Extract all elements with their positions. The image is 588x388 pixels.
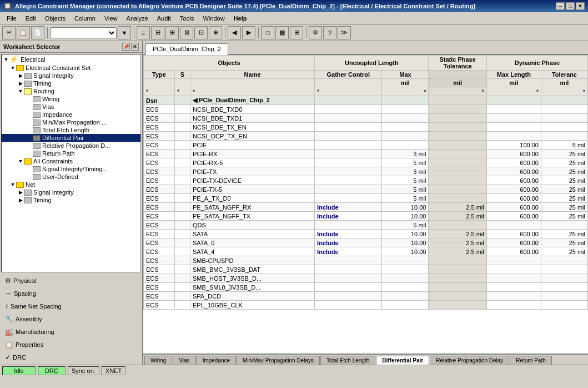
sidebar-item-timing[interactable]: ▶ Timing bbox=[2, 79, 140, 87]
menu-column[interactable]: Column bbox=[70, 14, 100, 23]
tb-filter1[interactable]: ≡ bbox=[137, 26, 150, 39]
sidebar-item-impedance[interactable]: Impedance bbox=[2, 111, 140, 118]
table-row[interactable]: ECSPE_SATA_NGFF_TXInclude10.002.5 mil600… bbox=[144, 212, 588, 221]
table-row[interactable]: ECSSPA_DCD bbox=[144, 292, 588, 301]
menu-view[interactable]: View bbox=[100, 14, 122, 23]
table-row[interactable]: ECSSATA_0Include10.002.5 mil600.0025 mil bbox=[144, 238, 588, 247]
table-row[interactable]: ECSEPL_10GBE_CLK bbox=[144, 301, 588, 310]
sidebar-item-net[interactable]: ▼ Net bbox=[2, 181, 140, 188]
table-row[interactable]: ECSSMB_HOST_3V3SB_D... bbox=[144, 274, 588, 283]
table-row[interactable]: ECSPE_A_TX_D05 mil600.0025 mil bbox=[144, 194, 588, 203]
tb-paste[interactable]: 📄 bbox=[31, 26, 44, 39]
bottom-tab-wiring[interactable]: Wiring bbox=[144, 356, 172, 365]
table-row[interactable]: ECSSATA_4Include10.002.5 mil600.0025 mil bbox=[144, 247, 588, 256]
sidebar-item-return-path[interactable]: Return Path bbox=[2, 150, 140, 157]
sidebar-item-net-signal[interactable]: ▶ Signal Integrity bbox=[2, 188, 140, 196]
table-row[interactable]: ECSQDS5 mil bbox=[144, 221, 588, 230]
grid-container[interactable]: Objects Uncoupled Length Static PhaseTol… bbox=[143, 55, 588, 354]
table-row[interactable]: ECSPCIE-RX-55 mil600.0025 mil bbox=[144, 158, 588, 167]
bottom-tab-impedance[interactable]: Impedance bbox=[197, 356, 236, 365]
tab-drc[interactable]: ✓ DRC bbox=[1, 351, 141, 364]
bottom-tab-minmax[interactable]: Min/Max Propagation Delays bbox=[237, 356, 320, 365]
table-cell bbox=[429, 301, 486, 310]
tb-copy[interactable]: 📋 bbox=[17, 26, 30, 39]
panel-pin-button[interactable]: 📌 bbox=[122, 43, 130, 51]
table-row[interactable]: ******** bbox=[144, 87, 588, 96]
sidebar-item-net-timing[interactable]: ▶ Timing bbox=[2, 196, 140, 204]
sidebar-item-signal-integrity[interactable]: ▶ Signal Integrity bbox=[2, 72, 140, 79]
tb-help[interactable]: ? bbox=[323, 26, 336, 39]
table-row[interactable]: ECSNCSI_BDE_TX_EN bbox=[144, 123, 588, 132]
table-row[interactable]: ECSNCSI_BDE_TXD0 bbox=[144, 105, 588, 114]
sidebar-item-diff-pair[interactable]: Differential Pair bbox=[2, 134, 140, 142]
sidebar-item-sig-timing[interactable]: Signal Integrity/Timing... bbox=[2, 165, 140, 173]
tb-filter4[interactable]: ⊠ bbox=[180, 26, 193, 39]
table-row[interactable]: ECSPCIE-TX-55 mil600.0025 mil bbox=[144, 185, 588, 194]
panel-close-button[interactable]: ✕ bbox=[131, 43, 139, 51]
menu-help[interactable]: Help bbox=[229, 14, 252, 23]
main-tab[interactable]: PCIe_DualDimm_Chip_2 bbox=[145, 43, 228, 55]
tb-cut[interactable]: ✂ bbox=[2, 26, 16, 39]
sidebar-item-electrical[interactable]: ▼ ⚡ Electrical bbox=[2, 54, 140, 64]
tab-properties[interactable]: 📋 Properties bbox=[1, 339, 141, 351]
table-row[interactable]: ECSNCSI_BDE_TXD1 bbox=[144, 114, 588, 123]
menu-window[interactable]: Window bbox=[198, 14, 229, 23]
tb-gear[interactable]: ⚙ bbox=[309, 26, 322, 39]
sidebar-item-rel-prop[interactable]: Relative Propagation D... bbox=[2, 142, 140, 150]
sidebar-item-routing[interactable]: ▼ Routing bbox=[2, 87, 140, 95]
tb-extra[interactable]: ≫ bbox=[338, 26, 351, 39]
table-row[interactable]: ECSPCIE-TX3 mil600.0025 mil bbox=[144, 167, 588, 176]
sidebar-item-vias[interactable]: Vias bbox=[2, 103, 140, 111]
minimize-button[interactable]: ─ bbox=[556, 2, 565, 10]
tb-filter3[interactable]: ⊞ bbox=[165, 26, 179, 39]
tab-manufacturing[interactable]: 🏭 Manufacturing bbox=[1, 326, 141, 338]
sidebar-item-wiring[interactable]: Wiring bbox=[2, 95, 140, 103]
table-row[interactable]: Dsn◀ PCIe_DualDimm_Chip_2 bbox=[144, 96, 588, 105]
tb-combo[interactable] bbox=[50, 27, 117, 38]
table-row[interactable]: ECSNCSI_OCP_TX_EN bbox=[144, 132, 588, 141]
tb-filter5[interactable]: ⊡ bbox=[194, 26, 208, 39]
table-row[interactable]: ECSPCIE-TX-DEVICE5 mil600.0025 mil bbox=[144, 176, 588, 185]
tb-view3[interactable]: ⊞ bbox=[290, 26, 303, 39]
table-cell bbox=[315, 158, 382, 167]
close-button[interactable]: ✕ bbox=[576, 2, 585, 10]
tb-filter6[interactable]: ⊕ bbox=[209, 26, 222, 39]
table-cell: ECS bbox=[144, 212, 175, 221]
tb-btn1[interactable]: ▼ bbox=[118, 26, 131, 39]
table-row[interactable]: ECSSMB-CPUSPD bbox=[144, 256, 588, 265]
table-row[interactable]: ECSSMB_BMC_3V3SB_DAT bbox=[144, 265, 588, 274]
sidebar-item-user-defined[interactable]: User-Defined bbox=[2, 173, 140, 181]
tab-spacing[interactable]: ↔ Spacing bbox=[1, 287, 141, 300]
menu-objects[interactable]: Objects bbox=[41, 14, 70, 23]
bottom-tab-diff-pair[interactable]: Differential Pair bbox=[376, 356, 429, 365]
table-row[interactable]: ECSSMB_SML0_3V3SB_D... bbox=[144, 283, 588, 292]
maximize-button[interactable]: □ bbox=[566, 2, 575, 10]
tb-filter2[interactable]: ⊟ bbox=[151, 26, 164, 39]
tree-area[interactable]: ▼ ⚡ Electrical ▼ Electrical Constraint S… bbox=[1, 54, 141, 272]
sidebar-item-minmax-prop[interactable]: Min/Max Propagation ... bbox=[2, 118, 140, 126]
menu-audit[interactable]: Audit bbox=[153, 14, 175, 23]
bottom-tab-return-path[interactable]: Return Path bbox=[510, 356, 551, 365]
tab-assembly[interactable]: 🔧 Assembly bbox=[1, 313, 141, 325]
sidebar-item-ecs[interactable]: ▼ Electrical Constraint Set bbox=[2, 64, 140, 72]
table-row[interactable]: ECSPCIE-RX3 mil600.0025 mil bbox=[144, 150, 588, 158]
tab-physical[interactable]: ⚙ Physical bbox=[1, 275, 141, 287]
tb-back[interactable]: ◀ bbox=[228, 26, 241, 39]
sidebar-item-total-etch[interactable]: Total Etch Length bbox=[2, 126, 140, 134]
table-cell: NCSI_BDE_TXD1 bbox=[190, 114, 315, 123]
table-row[interactable]: ECSPCIE100.005 mil bbox=[144, 141, 588, 150]
menu-file[interactable]: File bbox=[2, 14, 21, 23]
table-row[interactable]: ECSSATAInclude10.002.5 mil600.0025 mil bbox=[144, 230, 588, 238]
tab-same-net-spacing[interactable]: ↕ Same Net Spacing bbox=[1, 300, 141, 312]
menu-tools[interactable]: Tools bbox=[175, 14, 199, 23]
bottom-tab-total-etch[interactable]: Total Etch Length bbox=[320, 356, 375, 365]
bottom-tab-rel-prop[interactable]: Relative Propagation Delay bbox=[430, 356, 509, 365]
tb-view1[interactable]: □ bbox=[261, 26, 274, 39]
tb-forward[interactable]: ▶ bbox=[242, 26, 255, 39]
table-row[interactable]: ECSPE_SATA_NGFF_RXInclude10.002.5 mil600… bbox=[144, 203, 588, 212]
bottom-tab-vias[interactable]: Vias bbox=[173, 356, 195, 365]
menu-analyze[interactable]: Analyze bbox=[122, 14, 153, 23]
menu-edit[interactable]: Edit bbox=[21, 14, 41, 23]
sidebar-item-all-constraints[interactable]: ▼ All Constraints bbox=[2, 157, 140, 165]
tb-view2[interactable]: ▦ bbox=[275, 26, 289, 39]
